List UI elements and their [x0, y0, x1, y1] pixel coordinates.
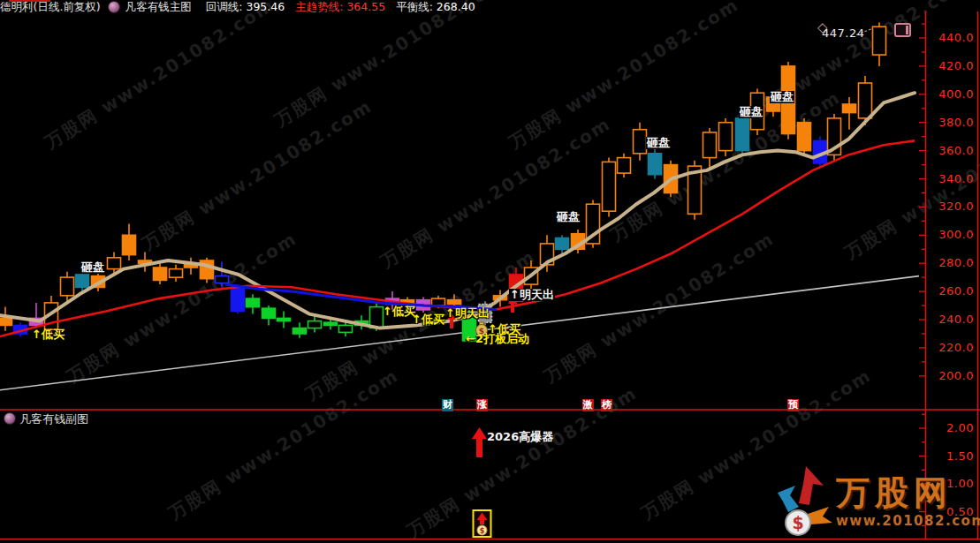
main-y-axis-label: 360.0: [931, 144, 974, 158]
candle-body: [339, 325, 353, 332]
news-marker-badge[interactable]: 财: [442, 399, 453, 411]
main-y-axis-label: 220.0: [931, 341, 974, 355]
watermark-brand: 万股网: [836, 475, 980, 510]
candle-body: [154, 268, 167, 280]
main-y-axis-label: 440.0: [931, 31, 974, 45]
main-y-axis-label: 260.0: [931, 284, 974, 298]
candle-body: [108, 258, 121, 269]
candle-body: [262, 308, 276, 318]
chart-annotation: ↑低买: [412, 313, 444, 326]
candle-body: [843, 104, 856, 113]
candle-body: [798, 123, 811, 151]
candle-body: [216, 276, 229, 283]
chart-annotation: 砸盘: [739, 106, 763, 118]
wangu-logo: $ 万股网 www.201082.com: [771, 463, 972, 540]
field-zhuqushi-value: 364.55: [346, 0, 385, 13]
logo-red-arrow: [799, 466, 824, 505]
chart-annotation: 砸盘: [770, 91, 794, 103]
chart-annotation: 砸盘: [646, 137, 671, 149]
trading-app-window: 德明利(日线.前复权) 凡客有钱主图 回调线: 395.46 主趋势线: 364…: [0, 0, 980, 543]
candle-body: [324, 322, 338, 325]
main-chart-canvas[interactable]: $$: [0, 0, 980, 543]
candle-body: [432, 298, 445, 305]
logo-orange-arrow: [808, 507, 832, 524]
candle-body: [123, 235, 136, 254]
news-marker-badge[interactable]: 预: [787, 399, 799, 411]
field-huidiao: 回调线: 395.46: [206, 0, 285, 13]
main-indicator-title: 凡客有钱主图: [125, 0, 192, 13]
sub-y-axis-label: 1.50: [931, 449, 974, 464]
main-y-axis-label: 280.0: [931, 256, 974, 270]
indicator-face-icon[interactable]: [108, 1, 120, 13]
main-y-axis-label: 240.0: [931, 313, 974, 327]
chart-annotation: 砸盘: [556, 211, 581, 223]
base-line: [0, 276, 919, 390]
chart-annotation: ←2打板启动: [466, 333, 529, 345]
main-y-axis-label: 300.0: [931, 228, 974, 242]
candle-body: [247, 298, 260, 307]
candle-body: [61, 277, 74, 296]
candle-body: [308, 321, 322, 328]
header-bar: 德明利(日线.前复权) 凡客有钱主图 回调线: 395.46 主趋势线: 364…: [0, 0, 919, 13]
balance-line: [0, 93, 915, 328]
candle-body: [859, 83, 872, 118]
logo-dollar: $: [792, 513, 803, 532]
candle-body: [873, 26, 886, 55]
signal-box-dollar: $: [480, 527, 485, 535]
news-marker-badge[interactable]: 涨: [476, 399, 488, 411]
main-y-axis-label: 340.0: [931, 172, 974, 186]
chart-annotation: ↑明天出: [445, 307, 490, 320]
candle-body: [719, 123, 733, 151]
signal-arrow-marker: [472, 427, 487, 457]
wangu-logo-arrows-icon: $: [771, 463, 836, 540]
field-pingheng-value: 268.40: [437, 0, 475, 13]
chart-annotation: 砸盘: [80, 261, 105, 274]
sub-indicator-face-icon[interactable]: [4, 412, 16, 425]
main-y-axis-label: 320.0: [931, 200, 974, 214]
candle-body: [76, 275, 89, 287]
field-zhuqushi-label: 主趋势线:: [295, 0, 343, 13]
panel-toggle-icon[interactable]: [894, 23, 911, 37]
candle-body: [277, 318, 291, 321]
candle-body: [618, 158, 631, 174]
candle-body: [603, 162, 616, 211]
main-y-axis-label: 200.0: [931, 369, 974, 383]
chart-annotation: ↑明天出: [509, 289, 555, 301]
news-marker-badge[interactable]: 榜: [601, 399, 612, 411]
field-pingheng-label: 平衡线:: [396, 0, 433, 13]
news-marker-badge[interactable]: 激: [582, 399, 594, 411]
candle-body: [634, 130, 647, 154]
candle-body: [703, 132, 717, 158]
candle-body: [448, 300, 461, 305]
candle-body: [736, 118, 749, 151]
candle-body: [649, 154, 662, 175]
signal-label: 2026高爆器: [487, 429, 553, 445]
field-huidiao-value: 395.46: [246, 0, 285, 13]
watermark-site: www.201082.com: [836, 513, 980, 529]
main-y-axis-label: 420.0: [931, 59, 974, 73]
candle-body: [232, 287, 245, 311]
main-y-axis-label: 400.0: [931, 87, 974, 102]
chart-annotation: ↑低买: [32, 328, 65, 341]
candle-body: [293, 328, 307, 334]
latest-price-tag: 447.24: [822, 26, 865, 40]
candle-body: [556, 238, 569, 250]
sub-y-axis-label: 2.00: [931, 421, 974, 435]
sub-indicator-title: 凡客有钱副图: [19, 411, 88, 427]
logo-blue-arrow: [778, 486, 799, 512]
candle-body: [0, 318, 12, 325]
field-huidiao-label: 回调线:: [206, 0, 243, 13]
top-left-red-tick: [9, 0, 50, 2]
candle-body: [170, 269, 183, 278]
chart-annotation: ↑低买: [383, 305, 415, 318]
field-zhuqushi: 主趋势线: 364.55: [295, 0, 385, 13]
main-y-axis-label: 380.0: [931, 116, 974, 130]
stock-title: 德明利(日线.前复权): [0, 0, 101, 13]
field-pingheng: 平衡线: 268.40: [396, 0, 475, 13]
